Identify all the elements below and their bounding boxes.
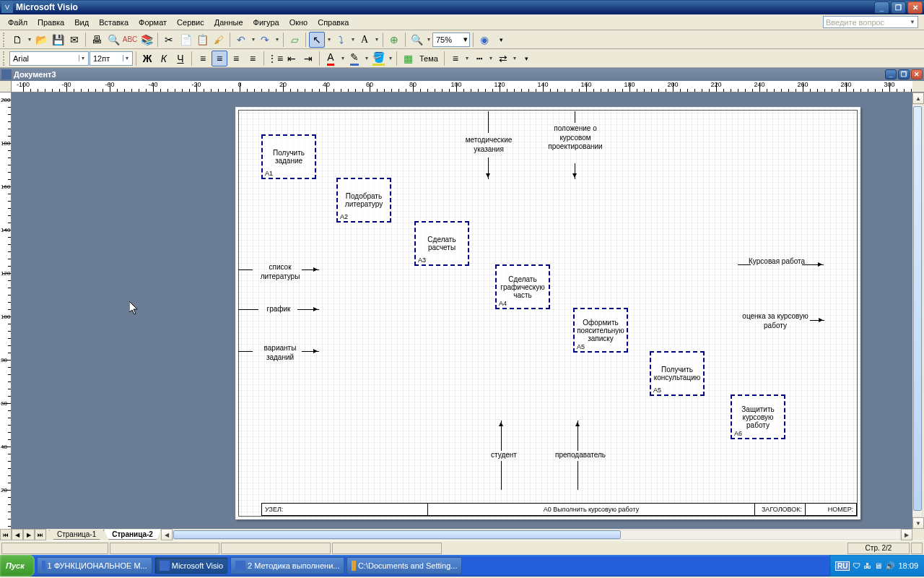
tab-last-button[interactable]: ⏭ bbox=[35, 529, 46, 540]
align-left-button[interactable]: ≡ bbox=[195, 51, 211, 66]
text-tool[interactable]: A bbox=[357, 32, 372, 48]
box-a3[interactable]: Сделать расчеты A3 bbox=[414, 221, 469, 266]
idef-info-row[interactable]: УЗЕЛ: A0 Выполнить курсовую работу ЗАГОЛ… bbox=[261, 503, 857, 516]
help-button[interactable]: ◉ bbox=[476, 32, 492, 48]
spellcheck-button[interactable]: ABC bbox=[122, 32, 138, 48]
label-spisok[interactable]: список литературы bbox=[251, 263, 309, 281]
task-word-2[interactable]: 2 Методика выполнени... bbox=[230, 557, 344, 574]
close-button[interactable]: ✕ bbox=[907, 1, 923, 14]
task-word-1[interactable]: 1 ФУНКЦИОНАЛЬНОЕ М... bbox=[37, 557, 152, 574]
label-grafik[interactable]: график bbox=[257, 305, 300, 314]
menu-window[interactable]: Окно bbox=[284, 17, 313, 28]
minimize-button[interactable]: _ bbox=[874, 1, 889, 14]
pointer-tool[interactable]: ↖ bbox=[309, 32, 325, 48]
tab-prev-button[interactable]: ◀ bbox=[12, 529, 23, 540]
save-button[interactable]: 💾 bbox=[50, 32, 66, 48]
line-pattern-dropdown[interactable]: ▾ bbox=[488, 55, 494, 61]
menu-data[interactable]: Данные bbox=[209, 17, 248, 28]
menu-view[interactable]: Вид bbox=[69, 17, 94, 28]
toolbar-grip[interactable] bbox=[3, 51, 6, 66]
volume-icon[interactable]: 🔊 bbox=[885, 561, 895, 571]
open-button[interactable]: 📂 bbox=[33, 32, 49, 48]
fill-color-dropdown[interactable]: ▾ bbox=[387, 55, 393, 61]
drawing-page[interactable]: Получить задание A1 Подобрать литературу… bbox=[235, 107, 860, 519]
start-button[interactable]: Пуск bbox=[0, 555, 35, 577]
label-prepod[interactable]: преподаватель bbox=[544, 451, 616, 460]
align-justify-button[interactable]: ≡ bbox=[245, 51, 261, 66]
redo-button[interactable]: ↷ bbox=[257, 32, 273, 48]
scroll-right-button[interactable]: ▶ bbox=[901, 529, 912, 540]
toolbar-grip[interactable] bbox=[3, 33, 6, 47]
label-student[interactable]: студент bbox=[482, 451, 526, 460]
line-ends-button[interactable]: ⇄ bbox=[495, 51, 511, 66]
menu-service[interactable]: Сервис bbox=[172, 17, 209, 28]
toolbar-options[interactable]: ▾ bbox=[493, 32, 509, 48]
apply-theme-button[interactable]: ▦ bbox=[400, 51, 416, 66]
canvas[interactable]: Получить задание A1 Подобрать литературу… bbox=[12, 92, 912, 529]
tray-icon[interactable]: 🖧 bbox=[863, 561, 871, 570]
line-weight-button[interactable]: ≡ bbox=[448, 51, 463, 66]
new-button[interactable]: 🗋 bbox=[9, 32, 25, 48]
doc-close-button[interactable]: ✕ bbox=[911, 69, 923, 79]
tray-icon[interactable]: 🛡 bbox=[853, 561, 860, 570]
box-a5b[interactable]: Получить консультацию A5 bbox=[650, 351, 705, 396]
theme-label[interactable]: Тема bbox=[417, 54, 441, 63]
italic-button[interactable]: К bbox=[156, 51, 172, 66]
redo-dropdown[interactable]: ▾ bbox=[274, 36, 280, 43]
align-center-button[interactable]: ≡ bbox=[212, 51, 227, 66]
line-color-button[interactable]: ✎ bbox=[346, 51, 362, 66]
connection-point-tool[interactable]: ⊕ bbox=[386, 32, 402, 48]
doc-minimize-button[interactable]: _ bbox=[885, 69, 897, 79]
cut-button[interactable]: ✂ bbox=[161, 32, 177, 48]
help-input[interactable]: Введите вопрос ▼ bbox=[823, 16, 918, 28]
clock[interactable]: 18:09 bbox=[898, 561, 918, 570]
menu-shape[interactable]: Фигура bbox=[248, 17, 284, 28]
box-a4[interactable]: Сделать графическую часть A4 bbox=[495, 264, 550, 309]
bold-button[interactable]: Ж bbox=[139, 51, 155, 66]
decrease-indent-button[interactable]: ⇤ bbox=[284, 51, 300, 66]
fontsize-combo[interactable]: 12пт▾ bbox=[90, 51, 133, 66]
paste-button[interactable]: 📋 bbox=[194, 32, 210, 48]
zoom-combo[interactable]: 75%▾ bbox=[432, 33, 470, 47]
tab-page-2[interactable]: Страница-2 bbox=[104, 530, 161, 540]
line-color-dropdown[interactable]: ▾ bbox=[363, 55, 370, 61]
undo-button[interactable]: ↶ bbox=[233, 32, 249, 48]
box-a1[interactable]: Получить задание A1 bbox=[261, 134, 316, 179]
copy-button[interactable]: 📄 bbox=[178, 32, 193, 48]
underline-button[interactable]: Ч bbox=[173, 51, 188, 66]
scrollbar-vertical[interactable]: ▲ ▼ bbox=[912, 92, 924, 529]
menu-format[interactable]: Формат bbox=[134, 17, 172, 28]
menu-file[interactable]: Файл bbox=[3, 17, 32, 28]
label-metod[interactable]: методические указания bbox=[456, 136, 521, 154]
restore-button[interactable]: ❐ bbox=[891, 1, 906, 14]
box-a2[interactable]: Подобрать литературу A2 bbox=[336, 178, 391, 223]
align-right-button[interactable]: ≡ bbox=[228, 51, 244, 66]
font-color-dropdown[interactable]: ▾ bbox=[339, 55, 346, 61]
system-tray[interactable]: RU 🛡 🖧 🖥 🔊 18:09 bbox=[829, 555, 924, 577]
label-ocenka[interactable]: оценка за курсовую работу bbox=[736, 312, 814, 330]
line-weight-dropdown[interactable]: ▾ bbox=[464, 55, 471, 61]
lang-indicator[interactable]: RU bbox=[835, 561, 850, 571]
line-ends-dropdown[interactable]: ▾ bbox=[512, 55, 518, 61]
tab-page-1[interactable]: Страница-1 bbox=[49, 530, 104, 540]
text-dropdown[interactable]: ▾ bbox=[373, 36, 380, 43]
menu-help[interactable]: Справка bbox=[313, 17, 354, 28]
label-polozh[interactable]: положение о курсовом проектировании bbox=[541, 124, 609, 152]
status-resize-grip[interactable] bbox=[911, 543, 923, 554]
toolbar-options[interactable]: ▾ bbox=[519, 51, 535, 66]
ruler-vertical[interactable]: 20018016014012010080604020 bbox=[0, 92, 12, 529]
print-button[interactable]: 🖶 bbox=[89, 32, 105, 48]
scroll-down-button[interactable]: ▼ bbox=[912, 517, 924, 529]
research-button[interactable]: 📚 bbox=[139, 32, 154, 48]
menu-insert[interactable]: Вставка bbox=[94, 17, 134, 28]
connector-tool[interactable]: ⤵ bbox=[333, 32, 349, 48]
doc-restore-button[interactable]: ❐ bbox=[898, 69, 910, 79]
zoom-tool[interactable]: 🔍 bbox=[409, 32, 424, 48]
task-visio[interactable]: Microsoft Visio bbox=[154, 557, 228, 574]
scroll-left-button[interactable]: ◀ bbox=[161, 529, 173, 540]
font-combo[interactable]: Arial▾ bbox=[9, 51, 89, 66]
tray-icon[interactable]: 🖥 bbox=[874, 561, 882, 570]
pointer-dropdown[interactable]: ▾ bbox=[326, 36, 332, 43]
bullets-button[interactable]: ⋮≡ bbox=[267, 51, 283, 66]
task-explorer[interactable]: C:\Documents and Setting... bbox=[346, 557, 462, 574]
